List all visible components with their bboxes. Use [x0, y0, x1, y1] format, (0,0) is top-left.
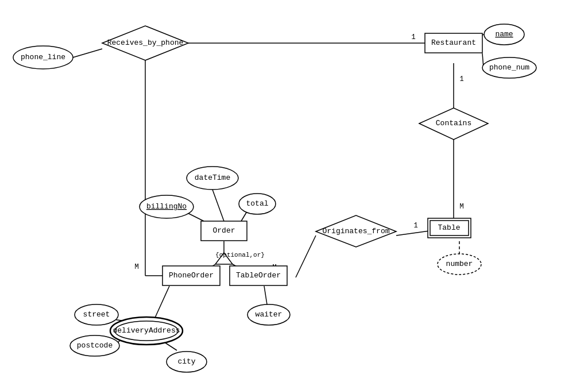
svg-line-27 [264, 286, 267, 304]
svg-line-26 [165, 343, 177, 350]
billingno-label: billingNo [146, 202, 187, 211]
er-diagram: 1 M 1 M M 1 [0, 0, 588, 390]
contains-label: Contains [436, 119, 471, 128]
svg-text:1: 1 [411, 33, 415, 41]
svg-text:1: 1 [413, 222, 417, 230]
number-label: number [446, 260, 473, 268]
svg-line-12 [212, 190, 224, 221]
phoneorder-label: PhoneOrder [169, 271, 214, 280]
delivery-address-label: deliveryAddress [113, 326, 180, 335]
svg-line-18 [296, 235, 316, 277]
total-label: total [246, 199, 268, 208]
phone-line-label: phone_line [21, 53, 65, 61]
table-label: Table [438, 223, 460, 232]
tableorder-label: TableOrder [236, 271, 281, 280]
constraint-label: {optional,or} [215, 252, 265, 258]
order-label: Order [212, 226, 235, 235]
svg-text:1: 1 [459, 75, 463, 83]
street-label: street [83, 310, 110, 319]
restaurant-label: Restaurant [431, 38, 476, 47]
datetime-label: dateTime [195, 173, 230, 182]
waiter-label: waiter [256, 310, 283, 319]
phone-num-label: phone_num [489, 63, 529, 72]
receives-by-phone-label: Receives_by_phone [107, 38, 184, 47]
originates-from-label: Originates_from [322, 227, 389, 235]
svg-line-23 [155, 286, 169, 318]
svg-text:M: M [134, 263, 138, 271]
postcode-label: postcode [77, 341, 113, 350]
name-label: name [495, 30, 513, 38]
svg-text:M: M [459, 203, 463, 211]
city-label: city [177, 357, 195, 366]
svg-line-0 [73, 49, 102, 57]
